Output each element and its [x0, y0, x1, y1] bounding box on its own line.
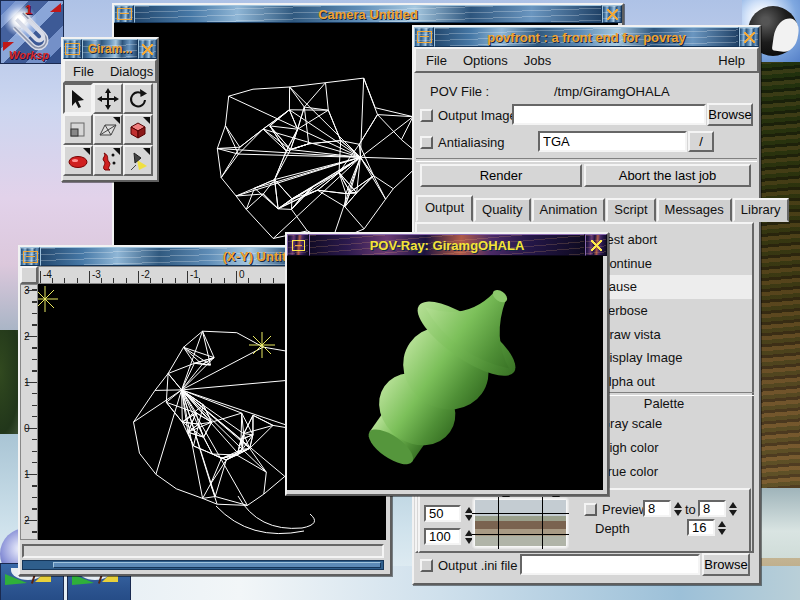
workspace-pager-icon[interactable]: 1 Worksp — [0, 0, 64, 64]
ruler-label: 1 — [24, 377, 30, 388]
close-button[interactable] — [585, 234, 607, 256]
format-combo-button[interactable]: / — [688, 131, 714, 152]
height-percent-input[interactable] — [424, 528, 461, 545]
gray-scale-label: Gray scale — [600, 416, 662, 431]
menu-file[interactable]: File — [418, 51, 455, 70]
format-input[interactable] — [538, 131, 687, 152]
crop-line[interactable] — [472, 513, 569, 514]
tool-sphere-button[interactable] — [63, 145, 93, 176]
ruler-label: 0 — [24, 423, 30, 434]
notebook-tabs: Output Quality Animation Script Messages… — [416, 198, 790, 222]
tool-light-button[interactable] — [123, 145, 153, 176]
scrollbar-thumb[interactable] — [53, 562, 381, 568]
pov-file-label: POV File : — [430, 84, 489, 99]
tool-rotate-button[interactable] — [123, 83, 153, 114]
tab-messages[interactable]: Messages — [657, 198, 732, 222]
tool-box-button[interactable] — [123, 114, 153, 145]
crop-line[interactable] — [498, 497, 499, 549]
window-menu-button[interactable] — [414, 27, 434, 47]
horizontal-scrollbar[interactable] — [22, 560, 384, 570]
flyout-indicator-icon — [113, 117, 120, 124]
window-menu-icon — [23, 251, 38, 263]
tab-library[interactable]: Library — [733, 198, 789, 222]
render-button[interactable]: Render — [420, 164, 582, 187]
ruler-label: -3 — [92, 269, 101, 280]
display-image-label: Display Image — [600, 350, 682, 365]
giram-menubar: File Dialogs — [63, 59, 157, 83]
spin-down-icon — [674, 510, 682, 516]
giram-window-title: Giram... — [82, 39, 138, 59]
tool-scale-button[interactable] — [63, 114, 93, 145]
close-button[interactable] — [739, 27, 759, 47]
menu-help[interactable]: Help — [710, 51, 753, 70]
povfront-window-title: povfront : a front end for povray — [434, 27, 739, 47]
flyout-indicator-icon — [113, 148, 120, 155]
ruler-label: 0 — [239, 269, 245, 280]
close-button[interactable] — [138, 39, 157, 59]
tab-animation[interactable]: Animation — [532, 198, 606, 222]
browse-ini-button[interactable]: Browse — [702, 553, 750, 576]
rotate-icon — [127, 88, 149, 110]
camera-titlebar[interactable]: Camera Untitled — [114, 5, 622, 23]
preview-checkbox[interactable] — [584, 503, 597, 516]
menu-options[interactable]: Options — [455, 51, 516, 70]
output-ini-checkbox[interactable] — [420, 559, 433, 572]
povray-render-canvas[interactable] — [287, 256, 603, 490]
close-icon — [744, 32, 755, 43]
crop-line[interactable] — [472, 534, 569, 535]
window-menu-button[interactable] — [114, 5, 134, 23]
tab-script[interactable]: Script — [606, 198, 655, 222]
window-menu-icon — [417, 31, 432, 43]
window-menu-icon — [117, 8, 132, 20]
window-menu-button[interactable] — [287, 234, 309, 256]
window-menu-button[interactable] — [20, 247, 40, 266]
tab-output[interactable]: Output — [416, 195, 473, 222]
browse-output-button[interactable]: Browse — [707, 103, 753, 126]
preview-from-spinner[interactable] — [672, 500, 684, 517]
spin-up-icon — [674, 502, 682, 508]
menu-jobs[interactable]: Jobs — [516, 51, 559, 70]
output-image-checkbox[interactable] — [420, 109, 433, 122]
preview-photo — [475, 500, 566, 546]
giram-titlebar[interactable]: Giram... — [63, 39, 157, 59]
depth-spinner[interactable] — [716, 519, 728, 536]
tool-patch-button[interactable] — [93, 114, 123, 145]
combo-icon: / — [699, 134, 703, 149]
wallpaper-tree — [0, 330, 20, 434]
pov-file-value: /tmp/GiramgOHALA — [554, 84, 670, 99]
preview-from-input[interactable] — [643, 500, 671, 517]
tool-select-button[interactable] — [63, 83, 93, 114]
ruler-label: 1 — [24, 469, 30, 480]
tool-move-button[interactable] — [93, 83, 123, 114]
output-ini-input[interactable] — [520, 554, 700, 575]
close-button[interactable] — [602, 5, 622, 23]
povfront-titlebar[interactable]: povfront : a front end for povray — [414, 27, 759, 47]
rendered-object — [287, 256, 603, 490]
scale-icon — [67, 119, 89, 141]
preview-to-input[interactable] — [698, 500, 726, 517]
crop-line[interactable] — [542, 497, 543, 549]
ruler-label: -4 — [43, 269, 52, 280]
preview-label: Preview — [602, 502, 648, 517]
abort-button[interactable]: Abort the last job — [584, 164, 751, 187]
menu-dialogs[interactable]: Dialogs — [102, 62, 161, 81]
preview-to-spinner[interactable] — [727, 500, 739, 517]
tab-quality[interactable]: Quality — [474, 198, 530, 222]
output-image-label: Output Image — [438, 108, 517, 123]
antialiasing-checkbox[interactable] — [420, 136, 433, 149]
giram-toolbox-window: Giram... File Dialogs — [61, 37, 159, 182]
width-percent-input[interactable] — [424, 505, 461, 522]
window-menu-button[interactable] — [63, 39, 82, 59]
menu-file[interactable]: File — [65, 62, 102, 81]
corner-triangle-icon — [50, 3, 61, 12]
output-image-input[interactable] — [512, 104, 706, 125]
camera-window-title: Camera Untitled — [134, 5, 602, 23]
povray-window-title: POV-Ray: GiramgOHALA — [309, 234, 585, 256]
povray-titlebar[interactable]: POV-Ray: GiramgOHALA — [287, 234, 607, 256]
draw-vista-label: Draw vista — [600, 327, 661, 342]
flyout-indicator-icon — [143, 148, 150, 155]
depth-input[interactable] — [687, 519, 715, 536]
tool-lathe-button[interactable] — [93, 145, 123, 176]
render-preview-thumbnail[interactable] — [472, 497, 569, 549]
ruler-corner — [20, 266, 38, 284]
